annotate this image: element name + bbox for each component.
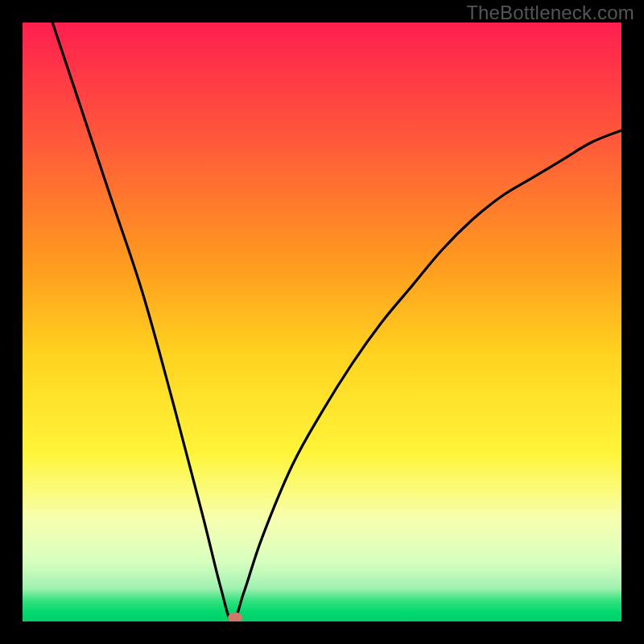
chart-container: TheBottleneck.com xyxy=(0,0,644,644)
watermark-text: TheBottleneck.com xyxy=(466,2,634,24)
plot-background xyxy=(23,23,621,621)
bottleneck-chart xyxy=(0,0,644,644)
